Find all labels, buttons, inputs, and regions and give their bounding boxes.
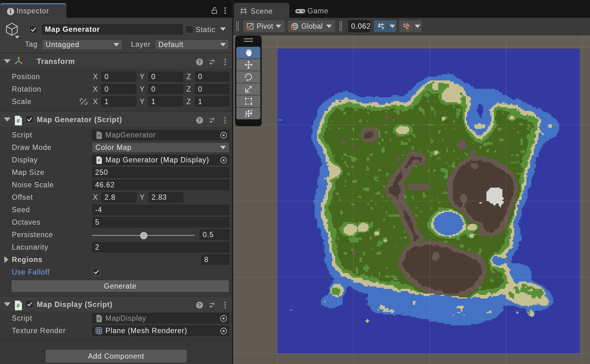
svg-text:#: # [98, 316, 100, 321]
svg-text:#: # [98, 133, 100, 138]
svg-text:?: ? [198, 302, 201, 308]
svg-text:#: # [17, 117, 20, 124]
svg-text:?: ? [198, 117, 201, 123]
svg-text:?: ? [198, 59, 201, 65]
svg-text:#: # [98, 158, 100, 163]
svg-text:Y: Y [381, 26, 384, 31]
svg-text:#: # [17, 302, 20, 309]
